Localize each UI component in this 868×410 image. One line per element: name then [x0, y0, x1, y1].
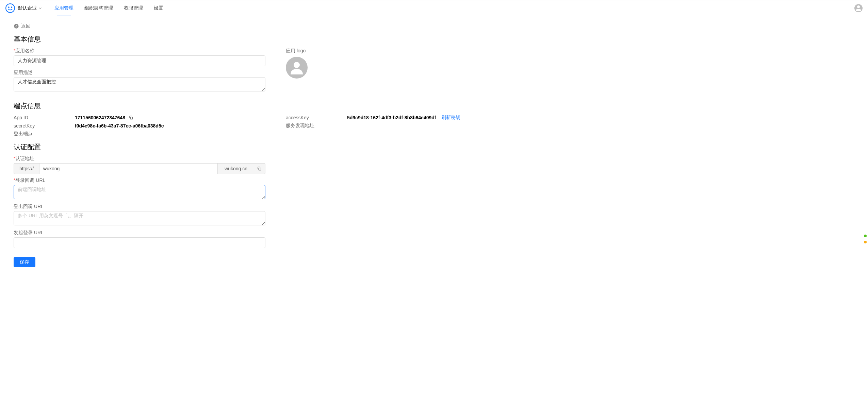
svg-point-5	[294, 62, 300, 68]
app-name-input[interactable]	[14, 55, 265, 66]
auth-config-title: 认证配置	[14, 142, 854, 152]
app-logo-icon	[5, 3, 15, 13]
access-key-value: 5d9c9d18-162f-4df3-b2df-8b8b64e409df	[347, 115, 436, 120]
main-content: 返回 基本信息 *应用名称 应用描述 应用 logo 端点信息	[0, 16, 868, 279]
top-header: 默认企业 应用管理 组织架构管理 权限管理 设置	[0, 0, 868, 16]
org-selector[interactable]: 默认企业	[18, 5, 42, 11]
basic-info-title: 基本信息	[14, 35, 854, 44]
logout-endpoint-label: 登出端点	[14, 131, 75, 137]
login-callback-textarea[interactable]	[14, 185, 265, 199]
svg-rect-6	[130, 117, 132, 119]
save-button[interactable]: 保存	[14, 257, 35, 267]
status-dot-orange	[864, 241, 867, 243]
service-discovery-label: 服务发现地址	[286, 123, 347, 129]
back-link[interactable]: 返回	[14, 23, 854, 29]
side-indicator	[864, 235, 867, 243]
auth-url-input[interactable]	[39, 163, 218, 174]
svg-point-3	[857, 5, 860, 8]
logo-label: 应用 logo	[286, 48, 854, 54]
app-id-label: App ID	[14, 115, 75, 120]
logout-callback-textarea[interactable]	[14, 211, 265, 225]
svg-rect-7	[259, 168, 261, 170]
copy-auth-url-button[interactable]	[253, 163, 265, 174]
tab-permission-management[interactable]: 权限管理	[118, 0, 148, 16]
secret-key-value: f0d4e98c-fa6b-43a7-87ec-a06fba038d5c	[75, 123, 164, 129]
endpoint-info-title: 端点信息	[14, 101, 854, 110]
user-avatar[interactable]	[854, 4, 863, 12]
login-callback-label: *登录回调 URL	[14, 177, 854, 184]
access-key-label: accessKey	[286, 115, 347, 120]
svg-point-0	[6, 4, 15, 13]
svg-point-2	[11, 6, 12, 8]
svg-point-4	[14, 24, 18, 28]
logo-upload[interactable]	[286, 57, 308, 79]
copy-icon	[257, 166, 262, 171]
app-desc-textarea[interactable]	[14, 77, 265, 91]
secret-key-label: secretKey	[14, 123, 75, 129]
svg-point-1	[8, 6, 10, 8]
initiate-login-label: 发起登录 URL	[14, 230, 854, 236]
auth-url-prefix: https://	[14, 163, 39, 174]
back-label: 返回	[21, 23, 31, 29]
initiate-login-input[interactable]	[14, 237, 265, 248]
org-name: 默认企业	[18, 5, 37, 11]
chevron-down-icon	[38, 6, 42, 10]
app-name-label: *应用名称	[14, 48, 265, 54]
auth-url-suffix: .wukong.cn	[218, 163, 253, 174]
refresh-secret-link[interactable]: 刷新秘钥	[441, 115, 460, 121]
tab-settings[interactable]: 设置	[148, 0, 169, 16]
app-id-value: 1711560062472347648	[75, 115, 125, 120]
logout-callback-label: 登出回调 URL	[14, 204, 854, 210]
nav-tabs: 应用管理 组织架构管理 权限管理 设置	[49, 0, 169, 16]
app-desc-label: 应用描述	[14, 70, 265, 76]
status-dot-green	[864, 235, 867, 237]
copy-icon[interactable]	[129, 115, 133, 120]
person-icon	[289, 59, 305, 76]
arrow-left-circle-icon	[14, 23, 19, 29]
tab-app-management[interactable]: 应用管理	[49, 0, 79, 16]
tab-org-management[interactable]: 组织架构管理	[79, 0, 118, 16]
auth-url-label: *认证地址	[14, 156, 854, 162]
